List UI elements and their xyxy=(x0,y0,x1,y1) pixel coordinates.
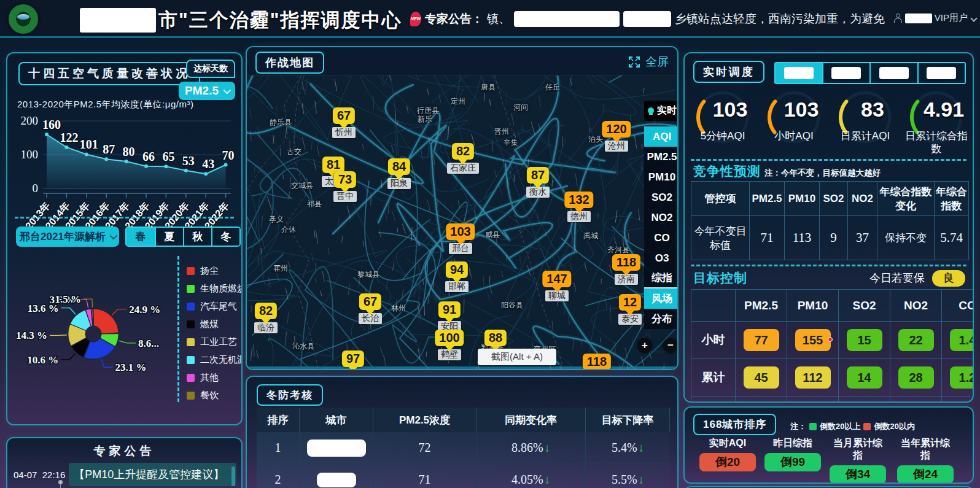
aqi-marker-太原[interactable]: 81 xyxy=(322,157,344,173)
layer-item-风场[interactable]: 风场 xyxy=(644,289,677,309)
marker-pointer xyxy=(456,240,465,245)
layer-item-PM2.5[interactable]: PM2.5 xyxy=(644,147,677,167)
aqi-marker-石家庄[interactable]: 82 xyxy=(452,143,474,160)
layer-item-NO2[interactable]: NO2 xyxy=(644,207,677,228)
announcement-item[interactable]: 【PM10上升提醒及管控建议】 xyxy=(69,463,236,486)
aqi-marker[interactable]: 97 xyxy=(342,351,364,367)
cell: 71 xyxy=(750,216,785,260)
ranking-col-1: 实时AQI倒20 xyxy=(694,437,761,471)
aqi-marker-鹤壁[interactable]: 100 xyxy=(435,330,464,346)
svg-text:53: 53 xyxy=(182,154,195,168)
fullscreen-icon xyxy=(628,56,640,68)
layer-item-AQI[interactable]: AQI xyxy=(644,126,677,147)
redacted-city xyxy=(307,440,366,457)
ranking-pill: 倒24 xyxy=(897,465,954,484)
marker-value: 87 xyxy=(527,167,549,184)
aqi-marker-安阳[interactable]: 91 xyxy=(438,301,461,318)
legend-swatch xyxy=(187,320,195,328)
marker-pointer xyxy=(349,367,357,369)
marker-pointer xyxy=(553,287,561,292)
layer-item-CO[interactable]: CO xyxy=(644,228,677,248)
cell: 1873 xyxy=(890,397,942,403)
season-tab-3[interactable]: 秋 xyxy=(183,228,211,246)
layer-item-O3[interactable]: O3 xyxy=(644,248,677,268)
fullscreen-button[interactable]: 全屏 xyxy=(628,54,669,70)
gauge-value: 83 xyxy=(846,98,900,122)
marker-value: 97 xyxy=(342,351,364,367)
layer-item-分布[interactable]: 分布 xyxy=(644,309,677,329)
legend-label: 工业工艺 xyxy=(200,336,237,348)
aqi-marker[interactable]: 88 xyxy=(484,330,507,346)
city-tab-1[interactable] xyxy=(776,63,822,83)
map-canvas[interactable]: 实时 AQIPM2.5PM10SO2NO2COO3综指风场分布 + − 截图(A… xyxy=(247,76,677,369)
marker-value: 120 xyxy=(602,121,631,137)
aqi-marker-忻州[interactable]: 67 xyxy=(333,107,355,124)
header-cell: 年综合指数 xyxy=(935,182,969,216)
city-tab-2[interactable] xyxy=(822,63,870,83)
svg-text:80: 80 xyxy=(123,145,135,158)
aqi-marker[interactable]: 118 xyxy=(583,354,611,369)
map-place-label: 泊头 xyxy=(588,134,603,145)
down-arrow-icon: ↓ xyxy=(639,441,645,455)
redacted-tab-label xyxy=(831,67,861,79)
cell: 155 xyxy=(787,322,839,359)
city-tab-4[interactable] xyxy=(917,63,965,83)
season-tab-4[interactable]: 冬 xyxy=(211,228,239,246)
scrollbar[interactable] xyxy=(231,467,235,486)
aqi-marker-阳泉[interactable]: 84 xyxy=(388,158,410,175)
city-tab-3[interactable] xyxy=(869,63,917,83)
season-tab-2[interactable]: 夏 xyxy=(155,228,183,246)
header-cell: 排序 xyxy=(257,408,300,432)
marker-value: 118 xyxy=(612,254,640,271)
standard-days-button[interactable]: 达标天数 xyxy=(186,60,235,78)
aqi-marker-聊城[interactable]: 147 xyxy=(542,271,571,287)
user-menu[interactable]: VIP用户 xyxy=(893,12,976,24)
aqi-marker-邯郸[interactable]: 94 xyxy=(446,261,468,278)
layer-item-PM10[interactable]: PM10 xyxy=(644,167,677,187)
aqi-marker-邢台[interactable]: 103 xyxy=(446,223,475,240)
layer-item-综指[interactable]: 综指 xyxy=(644,268,677,289)
fullscreen-label: 全屏 xyxy=(645,54,669,70)
marker-value: 91 xyxy=(438,301,461,318)
map-zoom-out-button[interactable]: − xyxy=(663,338,677,353)
marker-pointer xyxy=(262,319,270,324)
legend-item: 餐饮 xyxy=(187,387,242,405)
user-role-label: VIP用户 xyxy=(935,12,968,24)
svg-text:200: 200 xyxy=(21,114,39,127)
chevron-down-icon xyxy=(970,15,977,21)
announcement-text-prefix: 镇、 xyxy=(487,11,510,27)
value-pill: 77 xyxy=(744,329,779,351)
ranking-label: 当月累计综指 xyxy=(830,437,886,462)
gauge-label: 日累计综合指数 xyxy=(903,130,970,155)
legend-label: 餐饮 xyxy=(200,390,219,401)
aqi-marker-济南[interactable]: 118 xyxy=(612,254,640,271)
cell: 9 xyxy=(820,216,848,260)
ranking-pill: 倒20 xyxy=(699,453,756,471)
legend-divider xyxy=(177,256,179,402)
value-pill: 28 xyxy=(898,366,934,389)
layer-realtime-button[interactable]: 实时 xyxy=(644,101,677,121)
legend-item: 汽车尾气 xyxy=(187,298,242,316)
aqi-marker-长治[interactable]: 67 xyxy=(359,293,381,310)
header: 市"三个治霾"指挥调度中心 NEW 专家公告： 镇、 乡镇站点达轻度，西南污染加… xyxy=(0,0,980,38)
legend-label: 二次无机源 xyxy=(200,354,243,366)
season-tab-1[interactable]: 春 xyxy=(126,228,155,246)
value-pill: 14 xyxy=(847,366,882,389)
aqi-marker-泰安[interactable]: 12 xyxy=(619,294,641,311)
realtime-dispatch-panel: 实时调度 1035分钟AQI103小时AQI83日累计AQI4.91日累计综合指… xyxy=(683,52,974,403)
aqi-marker-临汾[interactable]: 82 xyxy=(255,303,277,319)
aqi-marker-衡水[interactable]: 87 xyxy=(527,167,549,184)
header-cell: SO2 xyxy=(820,182,848,216)
map-zoom-in-button[interactable]: + xyxy=(637,338,652,353)
announcement-ticker[interactable]: NEW 专家公告： 镇、 乡镇站点达轻度，西南污染加重，为避免 xyxy=(410,0,909,38)
layer-item-SO2[interactable]: SO2 xyxy=(644,187,677,207)
aqi-marker-德州[interactable]: 132 xyxy=(564,192,593,208)
source-analysis-select[interactable]: 邢台2021年源解析 xyxy=(16,227,119,247)
value-pill: 45 xyxy=(744,366,779,389)
aqi-marker-晋中[interactable]: 73 xyxy=(334,171,356,188)
pollutant-select[interactable]: PM2.5 xyxy=(179,82,235,100)
aqi-marker-沧州[interactable]: 120 xyxy=(602,121,631,137)
redacted-announcement-1 xyxy=(514,11,620,27)
map-header: 作战地图 全屏 xyxy=(247,47,677,76)
table-row: 2714.05%↓5.5%↓ xyxy=(257,464,670,488)
